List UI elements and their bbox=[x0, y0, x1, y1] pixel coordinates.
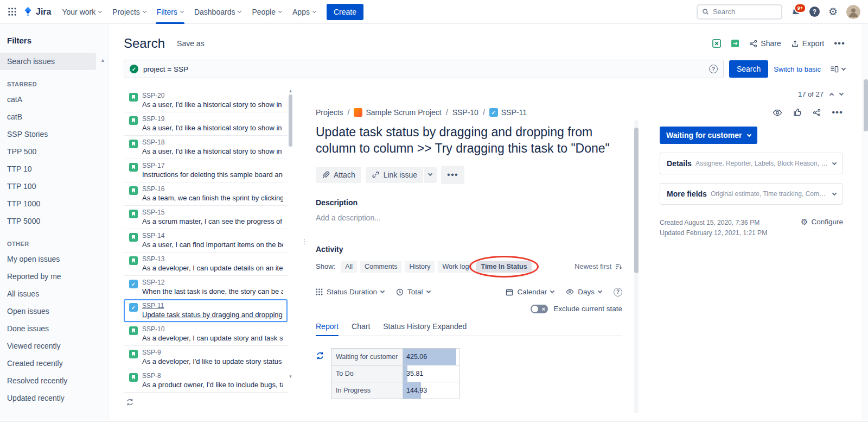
more-actions-button[interactable]: ••• bbox=[834, 38, 845, 49]
jira-logo[interactable]: Jira bbox=[22, 6, 51, 17]
link-issue-main[interactable]: Link issue bbox=[366, 167, 423, 183]
issue-list-item-ssp-10[interactable]: SSP-10As a developer, I can update story… bbox=[124, 323, 288, 346]
issue-list-item-ssp-9[interactable]: SSP-9As a developer, I'd like to update … bbox=[124, 346, 288, 369]
syntax-help-icon[interactable]: ? bbox=[709, 65, 718, 73]
activity-tab-history[interactable]: History bbox=[405, 261, 435, 273]
watch-button[interactable] bbox=[773, 109, 782, 117]
avatar[interactable] bbox=[846, 5, 860, 19]
activity-tab-work-log[interactable]: Work log bbox=[438, 261, 473, 273]
layout-switcher-button[interactable] bbox=[829, 65, 845, 73]
breadcrumb-separator: / bbox=[483, 108, 485, 117]
issue-list-item-ssp-11[interactable]: ✓SSP-11Update task status by dragging an… bbox=[124, 299, 288, 323]
refresh-list-icon[interactable] bbox=[126, 398, 288, 406]
activity-tab-all[interactable]: All bbox=[341, 261, 357, 273]
export-sheet-button[interactable] bbox=[731, 39, 739, 48]
details-panel-header[interactable]: Details Assignee, Reporter, Labels, Bloc… bbox=[660, 153, 843, 174]
breadcrumb-projects[interactable]: Projects bbox=[316, 108, 343, 117]
previous-issue-button[interactable] bbox=[829, 93, 834, 97]
issue-list-item-ssp-16[interactable]: SSP-16As a team, we can finish the sprin… bbox=[124, 182, 288, 206]
configure-button[interactable]: ⚙ Configure bbox=[801, 218, 843, 226]
settings-button[interactable]: ⚙ bbox=[828, 7, 838, 17]
breadcrumb-ssp-11[interactable]: ✓SSP-11 bbox=[489, 108, 527, 117]
sidebar-item-catb[interactable]: catB bbox=[0, 108, 108, 125]
panel-resize-handle[interactable]: ⋮ bbox=[301, 237, 308, 245]
issue-more-button[interactable]: ••• bbox=[832, 107, 843, 118]
global-search-input[interactable]: Search bbox=[697, 4, 782, 20]
sort-order-button[interactable]: Newest first bbox=[575, 262, 622, 270]
sidebar-scroll-up-icon[interactable]: ▲ bbox=[100, 58, 105, 63]
vote-button[interactable] bbox=[793, 108, 802, 117]
issue-list-item-ssp-15[interactable]: SSP-15As a scrum master, I can see the p… bbox=[124, 206, 288, 229]
nav-item-people[interactable]: People bbox=[246, 0, 287, 24]
calendar-dropdown[interactable]: Calendar bbox=[506, 288, 554, 296]
more-issue-toolbar-button[interactable]: ••• bbox=[441, 166, 464, 184]
sidebar-item-created-recently[interactable]: Created recently bbox=[0, 355, 108, 372]
exclude-current-state-toggle[interactable]: × bbox=[531, 305, 548, 313]
sidebar-item-ttp-5000[interactable]: TTP 5000 bbox=[0, 212, 108, 230]
sidebar-item-reported-by-me[interactable]: Reported by me bbox=[0, 268, 108, 285]
help-button[interactable]: ? bbox=[809, 7, 820, 17]
activity-tab-comments[interactable]: Comments bbox=[360, 261, 401, 273]
sidebar-item-open-issues[interactable]: Open issues bbox=[0, 302, 108, 320]
export-excel-button[interactable] bbox=[712, 39, 721, 48]
activity-tab-time-in-status[interactable]: Time In Status bbox=[476, 261, 531, 273]
link-issue-dropdown[interactable] bbox=[424, 167, 437, 183]
breadcrumb-ssp-10[interactable]: SSP-10 bbox=[452, 108, 478, 117]
total-dropdown[interactable]: Total bbox=[396, 288, 430, 296]
save-as-button[interactable]: Save as bbox=[177, 39, 205, 48]
attach-button[interactable]: Attach bbox=[316, 167, 361, 183]
sidebar-item-all-issues[interactable]: All issues bbox=[0, 285, 108, 302]
days-dropdown[interactable]: Days bbox=[566, 288, 602, 296]
nav-item-dashboards[interactable]: Dashboards bbox=[189, 0, 247, 24]
issue-list-item-ssp-8[interactable]: SSP-8As a product owner, I'd like to inc… bbox=[124, 369, 288, 393]
status-duration-dropdown[interactable]: Status Duration bbox=[316, 288, 384, 296]
sidebar-item-my-open-issues[interactable]: My open issues bbox=[0, 250, 108, 268]
sidebar-item-ttp-100[interactable]: TTP 100 bbox=[0, 178, 108, 195]
chevron-down-icon bbox=[832, 160, 837, 165]
breadcrumb-sample-scrum-project[interactable]: Sample Scrum Project bbox=[354, 108, 441, 117]
sidebar-item-ttp-1000[interactable]: TTP 1000 bbox=[0, 195, 108, 212]
report-tab-report[interactable]: Report bbox=[316, 322, 339, 336]
share-issue-button[interactable] bbox=[813, 109, 821, 117]
issue-list-item-ssp-12[interactable]: ✓SSP-12When the last task is done, the s… bbox=[124, 276, 288, 299]
next-issue-button[interactable] bbox=[839, 91, 844, 96]
sidebar-item-ssp-stories[interactable]: SSP Stories bbox=[0, 125, 108, 143]
sidebar-item-tpp-500[interactable]: TPP 500 bbox=[0, 143, 108, 160]
sidebar-item-viewed-recently[interactable]: Viewed recently bbox=[0, 337, 108, 355]
report-tab-chart[interactable]: Chart bbox=[352, 322, 370, 336]
nav-item-apps[interactable]: Apps bbox=[287, 0, 321, 24]
window-scrollbar[interactable] bbox=[863, 24, 868, 420]
time-in-status-help-icon[interactable]: ? bbox=[614, 288, 622, 296]
issue-list-item-ssp-13[interactable]: SSP-13As a developer, I can update detai… bbox=[124, 253, 288, 276]
more-fields-panel-header[interactable]: More fields Original estimate, Time trac… bbox=[660, 183, 843, 205]
create-button[interactable]: Create bbox=[327, 4, 363, 20]
refresh-report-icon[interactable] bbox=[316, 351, 324, 360]
nav-item-your-work[interactable]: Your work bbox=[56, 0, 107, 24]
issue-title[interactable]: Update task status by dragging and dropp… bbox=[316, 124, 622, 157]
issue-list-item-ssp-17[interactable]: SSP-17Instructions for deleting this sam… bbox=[124, 159, 288, 182]
sidebar-item-ttp-10[interactable]: TTP 10 bbox=[0, 160, 108, 178]
description-placeholder[interactable]: Add a description... bbox=[316, 213, 622, 222]
search-button[interactable]: Search bbox=[729, 60, 768, 78]
issue-list-item-ssp-18[interactable]: SSP-18As a user, I'd like a historical s… bbox=[124, 136, 288, 159]
sidebar-item-updated-recently[interactable]: Updated recently bbox=[0, 389, 108, 407]
share-button[interactable]: Share bbox=[749, 39, 781, 48]
sidebar-item-search-issues[interactable]: Search issues bbox=[0, 53, 96, 70]
issue-list-item-ssp-14[interactable]: SSP-14As a user, I can find important it… bbox=[124, 229, 288, 253]
issue-list-item-ssp-20[interactable]: SSP-20As a user, I'd like a historical s… bbox=[124, 89, 288, 112]
notifications-button[interactable]: 9+ bbox=[791, 7, 801, 17]
export-button[interactable]: Export bbox=[791, 39, 824, 48]
sidebar-item-resolved-recently[interactable]: Resolved recently bbox=[0, 372, 108, 389]
nav-item-projects[interactable]: Projects bbox=[107, 0, 151, 24]
sidebar-item-done-issues[interactable]: Done issues bbox=[0, 320, 108, 337]
app-switcher-button[interactable] bbox=[5, 5, 19, 18]
detail-scrollbar[interactable] bbox=[634, 120, 639, 413]
switch-to-basic-link[interactable]: Switch to basic bbox=[774, 65, 821, 73]
sidebar-item-cata[interactable]: catA bbox=[0, 91, 108, 108]
issue-list-scrollbar[interactable]: ▲ ▼ bbox=[288, 89, 293, 379]
jql-input[interactable]: ✓ project = SSP ? bbox=[124, 60, 724, 78]
report-tab-status-history-expanded[interactable]: Status History Expanded bbox=[383, 322, 467, 336]
issue-list-item-ssp-19[interactable]: SSP-19As a user, I'd like a historical s… bbox=[124, 112, 288, 136]
nav-item-filters[interactable]: Filters bbox=[151, 0, 189, 24]
status-dropdown[interactable]: Waiting for customer bbox=[660, 127, 757, 144]
